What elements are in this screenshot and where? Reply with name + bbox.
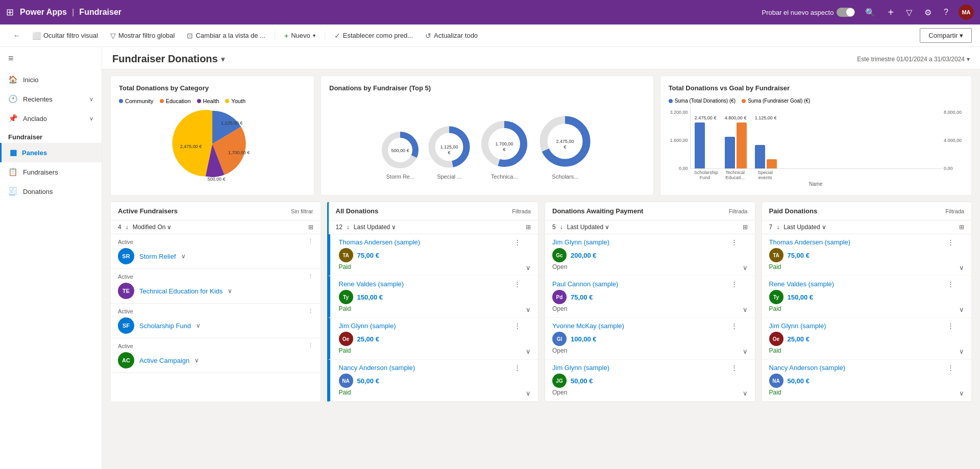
more-btn-1[interactable]: ⋮ <box>514 238 521 246</box>
paid-name-1[interactable]: Thomas Andersen (sample) <box>769 238 943 246</box>
more-icon-1[interactable]: ⋮ <box>308 238 313 245</box>
avatar-ta-1: TA <box>339 248 353 262</box>
hide-filter-button[interactable]: ⬜ Ocultar filtro visual <box>27 30 103 42</box>
more-btn-2[interactable]: ⋮ <box>514 280 521 288</box>
sidebar-item-anclado[interactable]: 📌 Anclado ∨ <box>0 109 102 128</box>
donor-name-4[interactable]: Nancy Anderson (sample) <box>339 364 509 372</box>
change-view-icon: ⊡ <box>187 32 193 40</box>
paid-name-3[interactable]: Jim Glynn (sample) <box>769 322 943 330</box>
fundraiser-technical[interactable]: Technical Education for Kids <box>139 287 223 295</box>
expand-paid-4[interactable]: ∨ <box>959 389 964 397</box>
share-button[interactable]: Compartir ▾ <box>920 28 972 43</box>
more-btn-3[interactable]: ⋮ <box>514 322 521 330</box>
donor-name-1[interactable]: Thomas Andersen (sample) <box>339 238 509 246</box>
fundraiser-item-4-header: Active ⋮ <box>118 342 313 349</box>
svg-text:500.00 €: 500.00 € <box>207 177 225 182</box>
expand-awaiting-3[interactable]: ∨ <box>743 348 748 355</box>
more-awaiting-3[interactable]: ⋮ <box>731 322 738 330</box>
expand-paid-1[interactable]: ∨ <box>959 264 964 271</box>
home-icon: 🏠 <box>8 75 18 84</box>
back-button[interactable]: ← <box>8 30 25 41</box>
expand-1[interactable]: ∨ <box>526 264 531 271</box>
status-2: Paid <box>339 304 509 313</box>
awaiting-name-1[interactable]: Jim Glynn (sample) <box>552 238 726 246</box>
more-paid-2[interactable]: ⋮ <box>947 280 954 288</box>
change-view-button[interactable]: ⊡ Cambiar a la vista de ... <box>182 30 271 42</box>
more-icon-4[interactable]: ⋮ <box>308 342 313 349</box>
settings-icon[interactable]: ⚙ <box>922 6 934 19</box>
active-fundraisers-header: Active Fundraisers Sin filtrar <box>111 202 321 220</box>
expand-awaiting-2[interactable]: ∨ <box>743 306 748 313</box>
paid-view-icon[interactable]: ⊞ <box>959 224 964 231</box>
top-nav: ⊞ Power Apps | Fundraiser Probar el nuev… <box>0 0 980 24</box>
set-default-icon: ✓ <box>334 32 340 40</box>
donor-name-2[interactable]: Rene Valdes (sample) <box>339 280 509 288</box>
paid-sort-btn[interactable]: Last Updated ∨ <box>783 224 826 231</box>
show-global-filter-button[interactable]: ▽ Mostrar filtro global <box>105 30 180 42</box>
toggle-track[interactable] <box>837 8 855 17</box>
more-icon-3[interactable]: ⋮ <box>308 308 313 314</box>
fundraiser-storm-relief[interactable]: Storm Relief <box>139 253 176 260</box>
page-title-chevron-icon[interactable]: ▾ <box>221 55 225 63</box>
sidebar-item-inicio[interactable]: 🏠 Inicio <box>0 70 102 89</box>
all-donations-view-icon[interactable]: ⊞ <box>526 224 531 231</box>
app-grid-icon[interactable]: ⊞ <box>6 7 14 18</box>
active-sort-btn[interactable]: Modified On ∨ <box>133 224 172 231</box>
expand-paid-3[interactable]: ∨ <box>959 348 964 355</box>
donor-name-3[interactable]: Jim Glynn (sample) <box>339 322 509 330</box>
more-awaiting-2[interactable]: ⋮ <box>731 280 738 288</box>
paid-name-2[interactable]: Rene Valdes (sample) <box>769 280 943 288</box>
sidebar-label-donations: Donations <box>23 188 53 195</box>
campaign-expand-icon[interactable]: ∨ <box>194 357 199 364</box>
sidebar-item-fundraisers[interactable]: 📋 Fundraisers <box>0 162 102 182</box>
fundraiser-goal-dot <box>742 99 746 103</box>
refresh-button[interactable]: ↺ Actualizar todo <box>420 30 483 42</box>
active-fundraisers-title: Active Fundraisers <box>118 207 178 215</box>
expand-awaiting-4[interactable]: ∨ <box>743 389 748 397</box>
filter-icon[interactable]: ▽ <box>904 6 914 19</box>
sidebar-menu-icon[interactable]: ≡ <box>0 47 102 70</box>
more-btn-4[interactable]: ⋮ <box>514 364 521 372</box>
list-view-icon[interactable]: ⊞ <box>308 224 313 231</box>
fundraiser-scholarship[interactable]: Scholarship Fund <box>139 322 191 330</box>
more-awaiting-1[interactable]: ⋮ <box>731 238 738 246</box>
search-icon[interactable]: 🔍 <box>863 6 877 19</box>
awaiting-name-2[interactable]: Paul Cannon (sample) <box>552 280 726 288</box>
all-sort-btn[interactable]: Last Updated ∨ <box>354 224 396 231</box>
storm-relief-expand-icon[interactable]: ∨ <box>181 253 186 260</box>
help-icon[interactable]: ? <box>942 6 950 19</box>
expand-2[interactable]: ∨ <box>526 306 531 313</box>
add-icon[interactable]: + <box>886 5 896 20</box>
expand-awaiting-1[interactable]: ∨ <box>743 264 748 271</box>
more-awaiting-4[interactable]: ⋮ <box>731 364 738 372</box>
paid-name-4[interactable]: Nancy Anderson (sample) <box>769 364 943 372</box>
more-paid-3[interactable]: ⋮ <box>947 322 954 330</box>
scholarship-expand-icon[interactable]: ∨ <box>196 322 201 329</box>
user-avatar[interactable]: MA <box>959 5 974 20</box>
expand-paid-2[interactable]: ∨ <box>959 306 964 313</box>
new-button[interactable]: + Nuevo ▾ <box>279 30 321 42</box>
set-default-button[interactable]: ✓ Establecer como pred... <box>329 30 418 42</box>
awaiting-view-icon[interactable]: ⊞ <box>743 224 748 231</box>
more-paid-1[interactable]: ⋮ <box>947 238 954 246</box>
bar-scholarship-donations <box>695 122 705 168</box>
fundraiser-item-2-body: TE Technical Education for Kids ∨ <box>118 283 313 299</box>
new-look-toggle[interactable]: Probar el nuevo aspecto <box>762 8 855 17</box>
sidebar-item-recientes[interactable]: 🕐 Recientes ∨ <box>0 89 102 109</box>
sidebar-item-paneles[interactable]: ▦ Paneles <box>0 143 102 162</box>
expand-4[interactable]: ∨ <box>526 389 531 397</box>
awaiting-name-3[interactable]: Yvonne McKay (sample) <box>552 322 726 330</box>
awaiting-name-4[interactable]: Jim Glynn (sample) <box>552 364 726 372</box>
more-paid-4[interactable]: ⋮ <box>947 364 954 372</box>
status-4: Paid <box>339 388 509 397</box>
new-icon: + <box>284 32 288 40</box>
awaiting-sort-btn[interactable]: Last Updated ∨ <box>567 224 609 231</box>
tech-expand-icon[interactable]: ∨ <box>228 287 232 294</box>
sidebar-item-donations[interactable]: 🧾 Donations <box>0 182 102 201</box>
expand-3[interactable]: ∨ <box>526 348 531 355</box>
all-donations-filter: Filtrada <box>512 208 531 214</box>
date-filter[interactable]: Este trimestre 01/01/2024 a 31/03/2024 ▾ <box>857 56 970 63</box>
bar-legend: Suma (Total Donations) (€) Suma (Fundrai… <box>669 98 963 104</box>
more-icon-2[interactable]: ⋮ <box>308 273 313 280</box>
fundraiser-active-campaign[interactable]: Active Campaign <box>139 357 189 364</box>
